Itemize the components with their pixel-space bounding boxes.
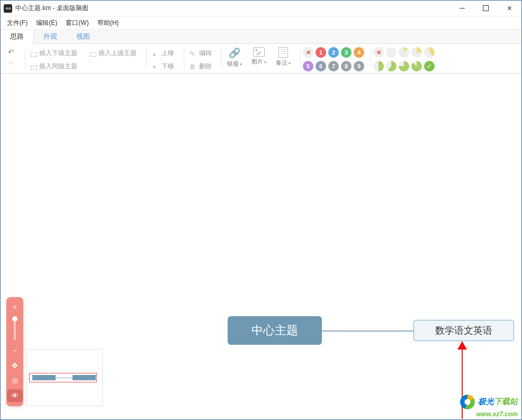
note-button[interactable]: 备注▾ — [273, 47, 294, 67]
priority-4-button[interactable]: 4 — [354, 47, 364, 58]
priority-5-button[interactable]: 5 — [303, 61, 313, 72]
app-icon — [4, 4, 12, 13]
tab-appearance[interactable]: 外观 — [34, 30, 67, 43]
window-close-button[interactable]: × — [498, 1, 521, 16]
progress-12-button[interactable] — [399, 47, 409, 58]
minimap[interactable] — [26, 349, 103, 406]
zoom-out-button[interactable]: － — [9, 345, 21, 356]
image-icon — [253, 47, 265, 57]
progress-group: ✕ ✓ — [372, 46, 440, 73]
image-label: 图片 — [251, 58, 263, 65]
edit-button[interactable]: 编辑 — [186, 47, 215, 59]
watermark-logo-icon — [460, 395, 475, 409]
locate-button[interactable]: ◎ — [9, 374, 21, 386]
trash-icon — [190, 63, 197, 70]
link-icon — [228, 47, 241, 59]
child-node-text: 数学语文英语 — [435, 324, 492, 337]
move-down-label: 下移 — [161, 62, 174, 71]
tab-idea[interactable]: 思路 — [1, 30, 34, 43]
toolbar: 插入下级主题 插入上级主题 插入同级主题 上移 下移 编辑 删除 — [1, 44, 521, 74]
priority-2-button[interactable]: 2 — [328, 47, 339, 58]
root-node-text: 中心主题 — [251, 323, 298, 338]
watermark: 极光下载站 www.xz7.com — [460, 395, 518, 418]
child-node[interactable]: 数学语文英语 — [413, 320, 514, 341]
priority-group: ✕1234 56789 — [302, 46, 370, 73]
menu-file[interactable]: 文件(F) — [3, 17, 32, 29]
delete-button[interactable]: 删除 — [186, 60, 215, 73]
redo-button[interactable] — [5, 59, 19, 69]
zoom-slider[interactable] — [14, 317, 16, 341]
insert-parent-label: 插入上级主题 — [98, 49, 137, 58]
arrow-up-icon — [152, 50, 159, 57]
insert-parent-button[interactable]: 插入上级主题 — [87, 47, 140, 59]
mindmap-canvas[interactable]: 中心主题 数学语文英语 ＋ － ✥ ◎ 👁 极光下载站 www.xz7.com — [1, 74, 521, 419]
progress-25-button[interactable] — [411, 47, 422, 58]
progress-75-button[interactable] — [399, 61, 409, 72]
priority-clear-button[interactable]: ✕ — [303, 47, 313, 58]
window-minimize-button[interactable] — [450, 1, 474, 16]
zoom-in-button[interactable]: ＋ — [9, 301, 21, 313]
progress-50-button[interactable] — [373, 61, 384, 72]
pan-button[interactable]: ✥ — [9, 360, 21, 371]
priority-1-button[interactable]: 1 — [316, 47, 326, 58]
window-maximize-button[interactable] — [474, 1, 498, 16]
insert-child-label: 插入下级主题 — [39, 49, 77, 58]
menu-window[interactable]: 窗口(W) — [61, 17, 93, 29]
insert-sibling-label: 插入同级主题 — [39, 62, 77, 71]
undo-button[interactable] — [5, 47, 19, 58]
move-up-label: 上移 — [161, 49, 174, 58]
note-icon — [278, 47, 288, 58]
priority-3-button[interactable]: 3 — [341, 47, 352, 58]
image-button[interactable]: 图片▾ — [248, 47, 269, 66]
redo-icon — [8, 60, 15, 68]
root-node[interactable]: 中心主题 — [228, 316, 322, 345]
toggle-minimap-button[interactable]: 👁 — [7, 389, 23, 402]
ribbon-tabs: 思路 外观 视图 — [1, 29, 521, 44]
note-label: 备注 — [276, 59, 287, 66]
menu-bar: 文件(F) 编辑(E) 窗口(W) 帮助(H) — [1, 16, 521, 29]
priority-8-button[interactable]: 8 — [341, 61, 352, 72]
tab-view[interactable]: 视图 — [67, 30, 100, 43]
watermark-text-1a: 极光 — [478, 396, 494, 405]
link-label: 链接 — [227, 60, 239, 67]
watermark-url: www.xz7.com — [476, 410, 518, 418]
node-connector — [322, 330, 413, 332]
annotation-arrow-head — [457, 341, 467, 350]
insert-child-icon — [31, 52, 37, 57]
priority-9-button[interactable]: 9 — [354, 61, 364, 72]
delete-label: 删除 — [199, 62, 212, 71]
progress-62-button[interactable] — [386, 61, 397, 72]
title-bar: 中心主题.km - 桌面版脑图 × — [1, 1, 521, 16]
priority-6-button[interactable]: 6 — [316, 61, 326, 72]
priority-7-button[interactable]: 7 — [328, 61, 339, 72]
insert-child-button[interactable]: 插入下级主题 — [28, 47, 80, 59]
progress-100-button[interactable]: ✓ — [424, 61, 435, 72]
move-down-button[interactable]: 下移 — [149, 60, 177, 73]
arrow-down-icon — [152, 63, 159, 70]
window-title: 中心主题.km - 桌面版脑图 — [15, 4, 88, 13]
insert-sibling-button[interactable]: 插入同级主题 — [28, 60, 140, 73]
insert-sibling-icon — [31, 66, 37, 70]
link-button[interactable]: 链接▾ — [224, 47, 245, 68]
edit-icon — [190, 50, 197, 57]
progress-clear-button[interactable]: ✕ — [373, 47, 384, 58]
menu-edit[interactable]: 编辑(E) — [32, 17, 61, 29]
zoom-rail: ＋ － ✥ ◎ 👁 — [6, 297, 23, 406]
navigator-widget: ＋ － ✥ ◎ 👁 — [6, 297, 103, 406]
minimap-viewport[interactable] — [29, 373, 97, 382]
progress-87-button[interactable] — [411, 61, 422, 72]
move-up-button[interactable]: 上移 — [149, 47, 177, 59]
menu-help[interactable]: 帮助(H) — [93, 17, 123, 29]
watermark-text-1b: 下载站 — [494, 396, 518, 405]
progress-0-button[interactable] — [386, 47, 397, 58]
insert-parent-icon — [90, 52, 96, 57]
edit-label: 编辑 — [199, 49, 212, 58]
undo-icon — [8, 49, 15, 56]
progress-37-button[interactable] — [424, 47, 435, 58]
